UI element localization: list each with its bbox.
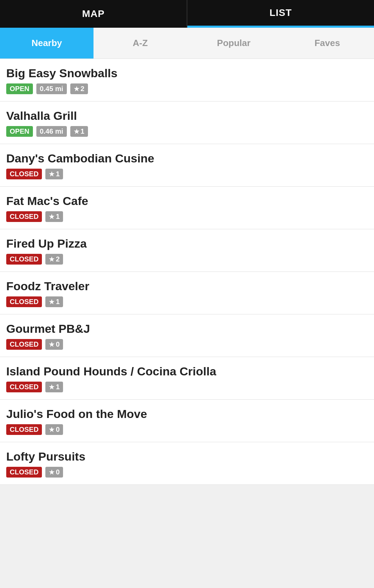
star-icon: ★: [49, 383, 54, 391]
status-badge: CLOSED: [6, 339, 42, 350]
restaurant-name: Island Pound Hounds / Cocina Criolla: [6, 365, 368, 378]
star-icon: ★: [49, 426, 54, 434]
list-item[interactable]: Valhalla GrillOPEN0.46 mi★ 1: [0, 101, 374, 144]
distance-badge: 0.45 mi: [36, 83, 67, 94]
restaurant-name: Julio's Food on the Move: [6, 407, 368, 421]
star-badge: ★ 0: [45, 467, 63, 478]
nav-list[interactable]: LIST: [187, 0, 374, 28]
restaurant-meta: CLOSED★ 1: [6, 382, 368, 392]
status-badge: CLOSED: [6, 382, 42, 392]
star-badge: ★ 0: [45, 424, 63, 435]
star-icon: ★: [49, 341, 54, 348]
star-badge: ★ 2: [45, 254, 63, 265]
restaurant-meta: OPEN0.45 mi★ 2: [6, 83, 368, 94]
restaurant-name: Lofty Pursuits: [6, 450, 368, 463]
star-badge: ★ 2: [70, 83, 88, 94]
star-badge: ★ 1: [45, 382, 63, 392]
restaurant-meta: CLOSED★ 2: [6, 254, 368, 265]
restaurant-meta: CLOSED★ 1: [6, 296, 368, 307]
star-badge: ★ 0: [45, 339, 63, 350]
tab-popular[interactable]: Popular: [187, 28, 280, 59]
list-item[interactable]: Fat Mac's CafeCLOSED★ 1: [0, 187, 374, 229]
restaurant-name: Gourmet PB&J: [6, 322, 368, 336]
star-icon: ★: [74, 128, 79, 135]
star-badge: ★ 1: [45, 169, 63, 179]
list-item[interactable]: Big Easy SnowballsOPEN0.45 mi★ 2: [0, 59, 374, 101]
status-badge: CLOSED: [6, 211, 42, 222]
distance-badge: 0.46 mi: [36, 126, 67, 137]
list-item[interactable]: Dany's Cambodian CusineCLOSED★ 1: [0, 144, 374, 187]
restaurant-meta: CLOSED★ 0: [6, 424, 368, 435]
restaurant-meta: OPEN0.46 mi★ 1: [6, 126, 368, 137]
list-item[interactable]: Lofty PursuitsCLOSED★ 0: [0, 442, 374, 485]
tab-nearby[interactable]: Nearby: [0, 28, 93, 59]
status-badge: CLOSED: [6, 296, 42, 307]
star-icon: ★: [49, 298, 54, 306]
tab-faves[interactable]: Faves: [280, 28, 374, 59]
status-badge: CLOSED: [6, 169, 42, 179]
filter-tabs: Nearby A-Z Popular Faves: [0, 28, 374, 59]
restaurant-meta: CLOSED★ 0: [6, 467, 368, 478]
status-badge: OPEN: [6, 83, 33, 94]
star-icon: ★: [49, 469, 54, 476]
list-item[interactable]: Gourmet PB&JCLOSED★ 0: [0, 314, 374, 357]
status-badge: CLOSED: [6, 424, 42, 435]
restaurant-name: Dany's Cambodian Cusine: [6, 152, 368, 165]
list-item[interactable]: Fired Up PizzaCLOSED★ 2: [0, 229, 374, 272]
restaurant-name: Fat Mac's Cafe: [6, 194, 368, 208]
restaurant-name: Foodz Traveler: [6, 279, 368, 293]
star-icon: ★: [49, 170, 54, 178]
restaurant-name: Big Easy Snowballs: [6, 66, 368, 80]
nav-map[interactable]: MAP: [0, 0, 187, 28]
restaurant-meta: CLOSED★ 0: [6, 339, 368, 350]
restaurant-list: Big Easy SnowballsOPEN0.45 mi★ 2Valhalla…: [0, 59, 374, 485]
list-item[interactable]: Foodz TravelerCLOSED★ 1: [0, 272, 374, 314]
star-icon: ★: [74, 85, 79, 93]
restaurant-meta: CLOSED★ 1: [6, 211, 368, 222]
tab-az[interactable]: A-Z: [93, 28, 187, 59]
star-badge: ★ 1: [45, 211, 63, 222]
star-badge: ★ 1: [70, 126, 88, 137]
restaurant-name: Valhalla Grill: [6, 109, 368, 123]
status-badge: CLOSED: [6, 254, 42, 265]
restaurant-name: Fired Up Pizza: [6, 237, 368, 250]
star-icon: ★: [49, 256, 54, 263]
restaurant-meta: CLOSED★ 1: [6, 169, 368, 179]
status-badge: CLOSED: [6, 467, 42, 478]
top-nav: MAP LIST: [0, 0, 374, 28]
list-item[interactable]: Island Pound Hounds / Cocina CriollaCLOS…: [0, 357, 374, 400]
list-item[interactable]: Julio's Food on the MoveCLOSED★ 0: [0, 400, 374, 442]
status-badge: OPEN: [6, 126, 33, 137]
star-badge: ★ 1: [45, 296, 63, 307]
star-icon: ★: [49, 213, 54, 221]
